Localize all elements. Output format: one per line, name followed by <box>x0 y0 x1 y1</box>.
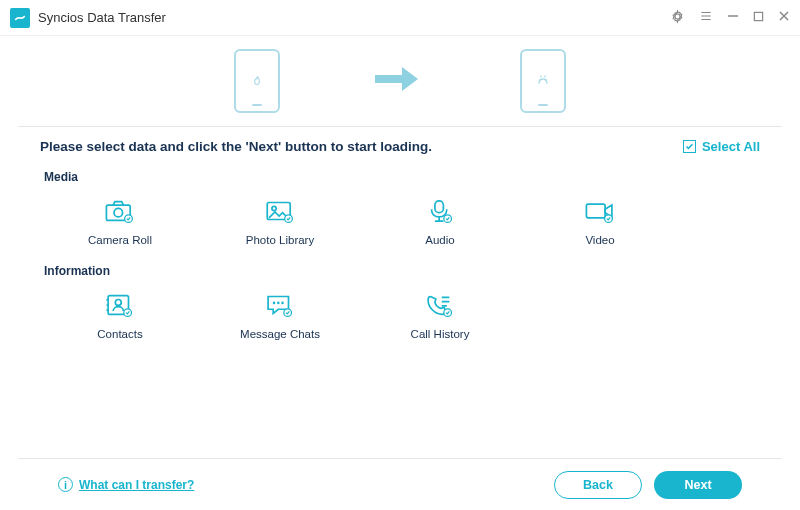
transfer-arrow-icon <box>370 61 430 101</box>
next-button[interactable]: Next <box>654 471 742 499</box>
contacts-icon <box>40 288 200 322</box>
item-audio[interactable]: Audio <box>360 194 520 246</box>
audio-icon <box>360 194 520 228</box>
svg-point-19 <box>273 302 276 305</box>
source-device-icon <box>234 49 280 113</box>
video-icon <box>520 194 680 228</box>
maximize-button[interactable] <box>753 10 764 25</box>
item-label: Contacts <box>40 328 200 340</box>
item-label: Photo Library <box>200 234 360 246</box>
device-row <box>0 36 800 126</box>
settings-icon[interactable] <box>670 9 685 27</box>
instruction-row: Please select data and click the 'Next' … <box>40 139 760 154</box>
target-device-icon <box>520 49 566 113</box>
footer: i What can I transfer? Back Next <box>18 458 782 510</box>
item-label: Camera Roll <box>40 234 200 246</box>
window-controls <box>670 9 790 27</box>
instruction-text: Please select data and click the 'Next' … <box>40 139 432 154</box>
app-title: Syncios Data Transfer <box>38 10 166 25</box>
help-link[interactable]: What can I transfer? <box>79 478 194 492</box>
item-label: Call History <box>360 328 520 340</box>
svg-rect-2 <box>375 75 405 83</box>
minimize-button[interactable] <box>727 10 739 25</box>
svg-point-21 <box>281 302 284 305</box>
item-label: Message Chats <box>200 328 360 340</box>
item-contacts[interactable]: Contacts <box>40 288 200 340</box>
section-title-information: Information <box>44 264 760 278</box>
back-button[interactable]: Back <box>554 471 642 499</box>
footer-buttons: Back Next <box>554 471 742 499</box>
camera-roll-icon <box>40 194 200 228</box>
info-icon: i <box>58 477 73 492</box>
help-section: i What can I transfer? <box>58 477 194 492</box>
titlebar: Syncios Data Transfer <box>0 0 800 36</box>
select-all-label: Select All <box>702 139 760 154</box>
call-history-icon <box>360 288 520 322</box>
item-label: Audio <box>360 234 520 246</box>
information-grid: Contacts Message Chats Call History <box>40 288 760 340</box>
svg-rect-5 <box>538 104 548 106</box>
item-message-chats[interactable]: Message Chats <box>200 288 360 340</box>
svg-rect-12 <box>435 201 444 213</box>
select-all-toggle[interactable]: Select All <box>683 139 760 154</box>
svg-point-10 <box>272 206 276 210</box>
svg-rect-1 <box>252 104 262 106</box>
item-video[interactable]: Video <box>520 194 680 246</box>
app-logo-icon <box>10 8 30 28</box>
section-title-media: Media <box>44 170 760 184</box>
item-photo-library[interactable]: Photo Library <box>200 194 360 246</box>
media-grid: Camera Roll Photo Library Audio Video <box>40 194 760 246</box>
main-content: Please select data and click the 'Next' … <box>0 127 800 340</box>
select-all-checkbox-icon <box>683 140 696 153</box>
item-camera-roll[interactable]: Camera Roll <box>40 194 200 246</box>
menu-icon[interactable] <box>699 9 713 26</box>
item-label: Video <box>520 234 680 246</box>
item-call-history[interactable]: Call History <box>360 288 520 340</box>
photo-library-icon <box>200 194 360 228</box>
close-button[interactable] <box>778 10 790 25</box>
svg-point-17 <box>115 299 121 305</box>
svg-rect-0 <box>754 12 762 20</box>
svg-point-20 <box>277 302 280 305</box>
svg-point-7 <box>114 208 123 217</box>
svg-rect-14 <box>586 204 605 218</box>
message-chats-icon <box>200 288 360 322</box>
